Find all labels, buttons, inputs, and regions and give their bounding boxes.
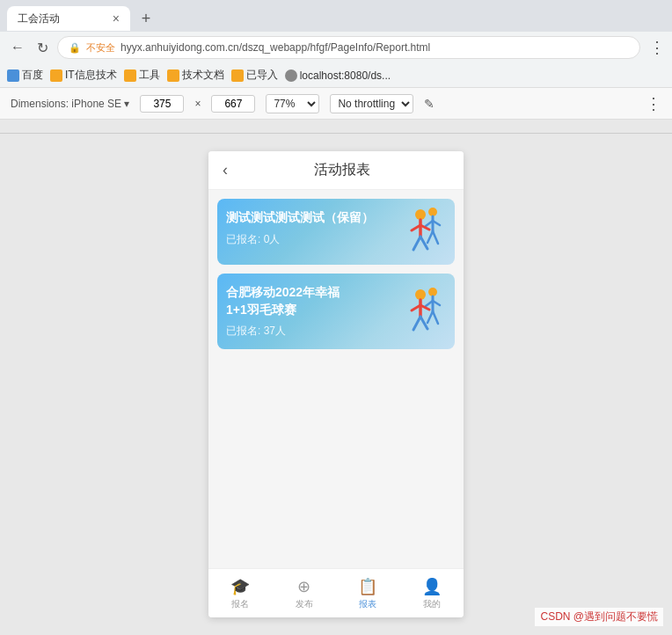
zoom-select[interactable]: 77% 50% 75% 100% bbox=[266, 94, 319, 113]
bookmark-icon bbox=[124, 69, 136, 82]
bookmark-localhost[interactable]: localhost:8080/ds... bbox=[285, 69, 391, 82]
active-tab[interactable]: 工会活动 × bbox=[7, 6, 130, 31]
bookmark-icon bbox=[231, 69, 244, 82]
address-input[interactable]: 🔒 不安全 hyyx.anhuiyidong.com.cn/dszq_webap… bbox=[57, 36, 640, 59]
tab-close-button[interactable]: × bbox=[113, 11, 120, 26]
activity-card-1-content: 测试测试测试测试（保留） 已报名: 0人 bbox=[217, 199, 384, 265]
bookmark-label: IT信息技术 bbox=[65, 68, 117, 83]
nav-item-signup[interactable]: 🎓 报名 bbox=[208, 569, 273, 617]
ruler bbox=[0, 120, 672, 134]
bookmark-baidu[interactable]: 百度 bbox=[7, 68, 43, 83]
activity-card-2[interactable]: 合肥移动2022年幸福1+1羽毛球赛 已报名: 37人 bbox=[217, 274, 455, 349]
bookmark-label: 已导入 bbox=[246, 68, 278, 83]
bookmarks-bar: 百度 IT信息技术 工具 技术文档 已导入 localhost:8080/ds.… bbox=[0, 63, 672, 88]
svg-point-18 bbox=[415, 289, 426, 300]
svg-line-4 bbox=[427, 231, 433, 243]
bookmark-label: 百度 bbox=[22, 68, 43, 83]
dimension-separator: × bbox=[194, 98, 201, 110]
height-input[interactable] bbox=[211, 95, 255, 113]
content-wrapper: ‹ 活动报表 测试测试测试测试（保留） 已报名: 0人 bbox=[0, 134, 672, 635]
lock-icon: 🔒 bbox=[69, 42, 81, 54]
bookmark-imported[interactable]: 已导入 bbox=[231, 68, 278, 83]
bookmark-tools[interactable]: 工具 bbox=[124, 68, 160, 83]
tab-bar: 工会活动 × + bbox=[0, 0, 672, 32]
publish-label: 发布 bbox=[296, 598, 313, 610]
bookmark-label: 工具 bbox=[139, 68, 160, 83]
svg-line-17 bbox=[433, 311, 438, 324]
not-secure-label: 不安全 bbox=[86, 41, 115, 55]
svg-point-6 bbox=[415, 209, 426, 220]
bookmark-icon bbox=[7, 69, 19, 82]
activity-image-1 bbox=[384, 199, 455, 265]
bookmark-it[interactable]: IT信息技术 bbox=[50, 68, 117, 83]
nav-item-report[interactable]: 📋 报表 bbox=[336, 569, 400, 617]
bookmark-icon bbox=[167, 69, 179, 82]
csdn-watermark: CSDN @遇到问题不要慌 bbox=[535, 608, 663, 626]
signup-label: 报名 bbox=[231, 598, 249, 610]
signup-icon: 🎓 bbox=[230, 577, 250, 596]
reload-button[interactable]: ↻ bbox=[33, 38, 52, 58]
activity-card-1[interactable]: 测试测试测试测试（保留） 已报名: 0人 bbox=[217, 199, 455, 265]
nav-item-publish[interactable]: ⊕ 发布 bbox=[273, 569, 337, 617]
svg-line-22 bbox=[413, 317, 420, 330]
svg-line-5 bbox=[433, 231, 438, 244]
publish-icon: ⊕ bbox=[297, 577, 310, 596]
bottom-nav: 🎓 报名 ⊕ 发布 📋 报表 👤 我的 bbox=[208, 568, 464, 617]
mobile-frame: ‹ 活动报表 测试测试测试测试（保留） 已报名: 0人 bbox=[208, 151, 464, 617]
browser-menu-button[interactable]: ⋮ bbox=[649, 38, 665, 57]
bookmark-icon bbox=[285, 69, 297, 82]
activity-count-1: 已报名: 0人 bbox=[226, 232, 376, 247]
svg-line-16 bbox=[427, 311, 433, 323]
devtools-menu-button[interactable]: ⋮ bbox=[646, 94, 661, 113]
report-label: 报表 bbox=[359, 598, 376, 610]
url-text: hyyx.anhuiyidong.com.cn/dszq_webapp/hfgf… bbox=[121, 41, 430, 54]
report-icon: 📋 bbox=[358, 577, 377, 596]
activity-list: 测试测试测试测试（保留） 已报名: 0人 bbox=[208, 190, 464, 568]
nav-item-mine[interactable]: 👤 我的 bbox=[400, 569, 464, 617]
activity-title-1: 测试测试测试测试（保留） bbox=[226, 209, 376, 227]
throttling-select[interactable]: No throttling Fast 3G Slow 3G bbox=[330, 94, 413, 113]
width-input[interactable] bbox=[140, 95, 184, 113]
sensor-icon[interactable]: ✎ bbox=[424, 97, 435, 111]
mine-icon: 👤 bbox=[422, 577, 442, 596]
devtools-bar: Dimensions: iPhone SE ▾ × 77% 50% 75% 10… bbox=[0, 88, 672, 120]
svg-line-10 bbox=[413, 237, 420, 250]
activity-card-2-content: 合肥移动2022年幸福1+1羽毛球赛 已报名: 37人 bbox=[217, 274, 384, 349]
mobile-back-button[interactable]: ‹ bbox=[223, 161, 228, 179]
dimensions-label: Dimensions: iPhone SE ▾ bbox=[11, 98, 129, 110]
tab-title: 工会活动 bbox=[18, 11, 106, 26]
address-bar: ← ↻ 🔒 不安全 hyyx.anhuiyidong.com.cn/dszq_w… bbox=[0, 32, 672, 63]
bookmark-techdoc[interactable]: 技术文档 bbox=[167, 68, 224, 83]
activity-title-2: 合肥移动2022年幸福1+1羽毛球赛 bbox=[226, 284, 376, 318]
bookmark-label: 技术文档 bbox=[182, 68, 224, 83]
mobile-page-title: 活动报表 bbox=[235, 161, 449, 179]
mine-label: 我的 bbox=[423, 598, 441, 610]
back-button[interactable]: ← bbox=[7, 38, 28, 57]
page-area: ‹ 活动报表 测试测试测试测试（保留） 已报名: 0人 bbox=[0, 134, 672, 635]
bookmark-label: localhost:8080/ds... bbox=[300, 69, 391, 82]
mobile-topbar: ‹ 活动报表 bbox=[208, 151, 464, 190]
new-tab-button[interactable]: + bbox=[134, 6, 158, 31]
activity-count-2: 已报名: 37人 bbox=[226, 324, 376, 339]
bookmark-icon bbox=[50, 69, 62, 82]
activity-image-2 bbox=[384, 274, 455, 349]
